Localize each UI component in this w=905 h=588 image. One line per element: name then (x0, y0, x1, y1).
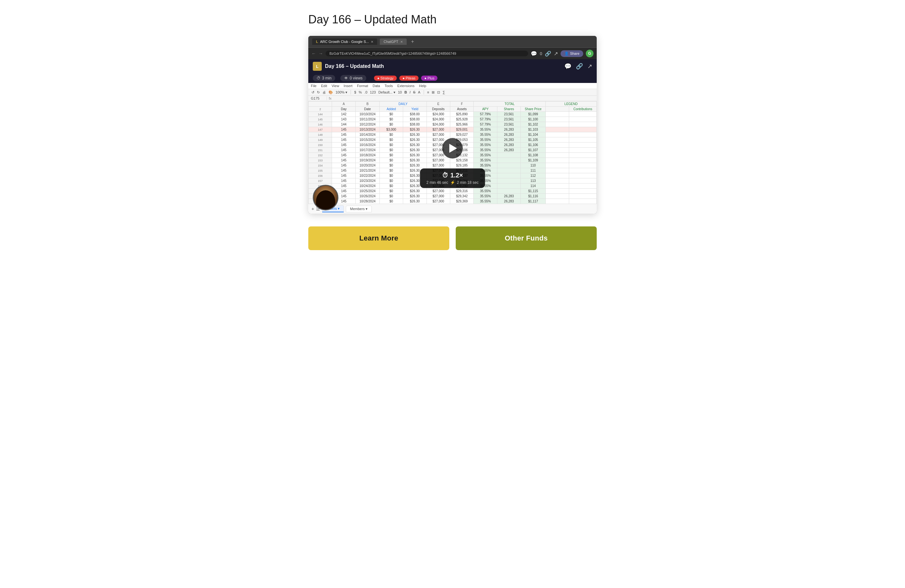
cell-day[interactable]: 145 (332, 143, 356, 147)
cell-yield[interactable]: $26.30 (403, 158, 427, 163)
cell-assets[interactable]: $29,316 (450, 189, 474, 194)
cell-deposits[interactable]: $27,000 (427, 199, 450, 204)
comment-icon[interactable]: 💬 (531, 51, 537, 57)
cell-share-price[interactable]: $1,099 (521, 112, 545, 117)
toolbar-sum[interactable]: ∑ (443, 90, 445, 94)
cell-date[interactable]: 10/24/2024 (356, 184, 379, 189)
url-bar[interactable]: BzGdrTEnKVlO4Wew1uC_fTpfGte95M0/edit?gid… (325, 51, 528, 56)
link-icon[interactable]: 🔗 (545, 51, 551, 57)
cell-date[interactable]: 10/10/2024 (356, 112, 379, 117)
cell-day[interactable]: 142 (332, 112, 356, 117)
cell-added[interactable]: $0 (379, 153, 403, 158)
cell-added[interactable]: $0 (379, 163, 403, 168)
cell-yield[interactable]: $38.00 (403, 117, 427, 122)
cell-day[interactable]: 145 (332, 137, 356, 143)
add-sheet-button[interactable]: + (311, 206, 314, 211)
toolbar-currency[interactable]: $ (354, 90, 356, 94)
cell-date[interactable]: 10/13/2024 (356, 127, 379, 132)
cell-shares[interactable] (497, 178, 521, 184)
toolbar-align-left[interactable]: ≡ (427, 90, 429, 94)
cell-shares[interactable] (497, 163, 521, 168)
cell-yield[interactable]: $26.30 (403, 147, 427, 153)
cell-share-price[interactable]: $1,107 (521, 147, 545, 153)
menu-extensions[interactable]: Extensions (397, 84, 415, 88)
cell-date[interactable]: 10/28/2024 (356, 199, 379, 204)
cell-apy[interactable]: 35.55% (474, 194, 497, 199)
cell-assets[interactable]: $29,369 (450, 199, 474, 204)
cell-shares[interactable]: 26,283 (497, 147, 521, 153)
cell-shares[interactable]: 26,283 (497, 143, 521, 147)
cell-apy[interactable]: 35.55% (474, 147, 497, 153)
cell-yield[interactable]: $38.00 (403, 122, 427, 127)
toolbar-text-color[interactable]: A (418, 90, 420, 94)
cell-apy[interactable]: 57.79% (474, 112, 497, 117)
cell-assets[interactable]: $29,001 (450, 127, 474, 132)
menu-tools[interactable]: Tools (384, 84, 393, 88)
cell-added[interactable]: $0 (379, 184, 403, 189)
sheet-tab-members[interactable]: Members ▾ (346, 206, 372, 212)
cell-shares[interactable]: 26,283 (497, 137, 521, 143)
cell-shares[interactable]: 26,283 (497, 199, 521, 204)
tab-close-chatgpt-icon[interactable]: ✕ (400, 40, 403, 44)
cell-added[interactable]: $3,000 (379, 127, 403, 132)
cell-apy[interactable]: 35.55% (474, 158, 497, 163)
toolbar-italic[interactable]: I (410, 90, 411, 94)
cell-share-price[interactable]: 112 (521, 173, 545, 178)
cell-assets[interactable]: $25,890 (450, 112, 474, 117)
cell-date[interactable]: 10/21/2024 (356, 168, 379, 173)
cell-day[interactable]: 143 (332, 117, 356, 122)
cell-share-price[interactable]: $1,100 (521, 117, 545, 122)
cell-shares[interactable] (497, 189, 521, 194)
new-tab-button[interactable]: + (409, 39, 416, 44)
cell-shares[interactable]: 26,283 (497, 194, 521, 199)
cell-deposits[interactable]: $27,000 (427, 189, 450, 194)
cell-date[interactable]: 10/25/2024 (356, 189, 379, 194)
cell-date[interactable]: 10/18/2024 (356, 153, 379, 158)
cell-date[interactable]: 10/26/2024 (356, 194, 379, 199)
cell-share-price[interactable]: $1,102 (521, 122, 545, 127)
cell-deposits[interactable]: $27,000 (427, 132, 450, 137)
cell-added[interactable]: $0 (379, 158, 403, 163)
cell-date[interactable]: 10/20/2024 (356, 163, 379, 168)
cell-shares[interactable]: 23,561 (497, 122, 521, 127)
cell-apy[interactable]: 35.55% (474, 189, 497, 194)
cell-added[interactable]: $0 (379, 132, 403, 137)
cell-assets[interactable]: $25,928 (450, 117, 474, 122)
cell-yield[interactable]: $26.30 (403, 127, 427, 132)
cell-added[interactable]: $0 (379, 143, 403, 147)
cell-yield[interactable]: $26.30 (403, 137, 427, 143)
cell-apy[interactable]: 35.55% (474, 137, 497, 143)
forward-button[interactable]: → (319, 51, 323, 56)
cell-day[interactable]: 145 (332, 147, 356, 153)
cell-added[interactable]: $0 (379, 178, 403, 184)
cell-yield[interactable]: $26.30 (403, 163, 427, 168)
cell-deposits[interactable]: $24,000 (427, 122, 450, 127)
toolbar-fontsize[interactable]: 10 (398, 90, 402, 94)
cell-day[interactable]: 145 (332, 173, 356, 178)
cell-date[interactable]: 10/23/2024 (356, 178, 379, 184)
cell-day[interactable]: 145 (332, 163, 356, 168)
learn-more-button[interactable]: Learn More (308, 227, 449, 250)
cell-date[interactable]: 10/11/2024 (356, 117, 379, 122)
cell-date[interactable]: 10/22/2024 (356, 173, 379, 178)
cell-yield[interactable]: $26.30 (403, 143, 427, 147)
cell-yield[interactable]: $26.30 (403, 153, 427, 158)
cell-share-price[interactable]: 113 (521, 178, 545, 184)
cell-date[interactable]: 10/16/2024 (356, 143, 379, 147)
cell-yield[interactable]: $26.30 (403, 199, 427, 204)
cell-added[interactable]: $0 (379, 137, 403, 143)
cell-day[interactable]: 145 (332, 153, 356, 158)
cell-yield[interactable]: $26.30 (403, 189, 427, 194)
cell-assets[interactable]: $29,027 (450, 132, 474, 137)
toolbar-strikethrough[interactable]: S (413, 90, 415, 94)
cell-shares[interactable] (497, 173, 521, 178)
cell-assets[interactable]: $29,342 (450, 194, 474, 199)
cell-apy[interactable]: 35.55% (474, 199, 497, 204)
cell-assets[interactable]: $25,966 (450, 122, 474, 127)
cell-date[interactable]: 10/17/2024 (356, 147, 379, 153)
cell-day[interactable]: 145 (332, 132, 356, 137)
cell-share-price[interactable]: $1,117 (521, 199, 545, 204)
other-funds-button[interactable]: Other Funds (456, 227, 597, 250)
cell-shares[interactable]: 26,283 (497, 132, 521, 137)
cell-share-price[interactable]: 114 (521, 184, 545, 189)
